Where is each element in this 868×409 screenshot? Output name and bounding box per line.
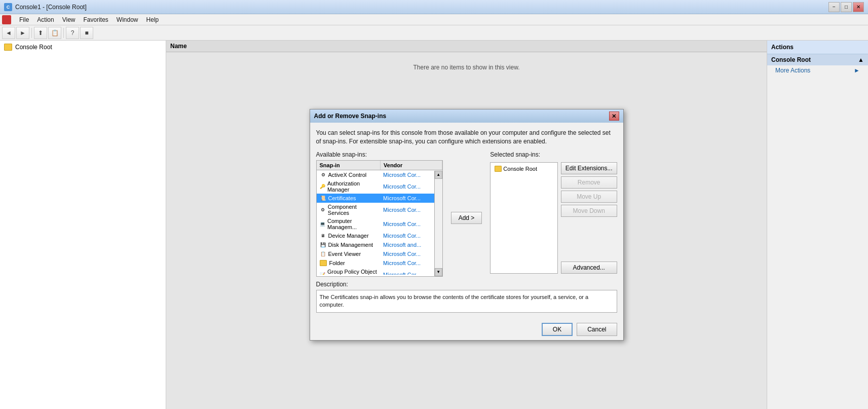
available-scrollbar[interactable]: ▲ ▼ bbox=[434, 171, 442, 276]
menu-view[interactable]: View bbox=[58, 15, 80, 24]
certificates-icon: 📜 bbox=[320, 195, 327, 202]
group-policy-icon: 📝 bbox=[320, 271, 326, 275]
folder-icon bbox=[4, 44, 12, 51]
left-panel: Console Root bbox=[0, 41, 166, 409]
scroll-track bbox=[435, 179, 442, 268]
components-icon: ⚙ bbox=[320, 206, 326, 213]
edit-extensions-button[interactable]: Edit Extensions... bbox=[561, 162, 617, 174]
disk-mgmt-icon: 💾 bbox=[320, 241, 327, 248]
toolbar-separator-1 bbox=[31, 28, 32, 38]
snapin-row-event-viewer[interactable]: 📋 Event Viewer Microsoft Cor... bbox=[317, 249, 434, 258]
dialog-body: You can select snap-ins for this console… bbox=[310, 123, 623, 318]
dialog-title: Add or Remove Snap-ins bbox=[314, 113, 609, 120]
snapin-row-activex[interactable]: ⚙ ActiveX Control Microsoft Cor... bbox=[317, 170, 434, 179]
menu-action[interactable]: Action bbox=[33, 15, 58, 24]
right-panel: Actions Console Root ▲ More Actions ► bbox=[767, 41, 868, 409]
snapins-scroll-area[interactable]: ⚙ ActiveX Control Microsoft Cor... 🔑 bbox=[317, 170, 442, 275]
console-root-section[interactable]: Console Root ▲ bbox=[767, 54, 868, 65]
dialog-description: You can select snap-ins for this console… bbox=[316, 129, 617, 146]
vendor-header: Vendor bbox=[381, 161, 442, 170]
scroll-down-btn[interactable]: ▼ bbox=[435, 268, 442, 276]
toolbar: ◄ ► ⬆ 📋 ? ■ bbox=[0, 25, 868, 41]
available-snapins-section: Available snap-ins: Snap-in Vendor bbox=[316, 151, 443, 277]
window-controls: − □ ✕ bbox=[828, 2, 864, 12]
up-button[interactable]: ⬆ bbox=[34, 27, 47, 39]
snapin-row-device-mgr[interactable]: 🖥 Device Manager Microsoft Cor... bbox=[317, 231, 434, 240]
dialog-close-button[interactable]: ✕ bbox=[609, 111, 619, 121]
description-label: Description: bbox=[316, 281, 617, 288]
show-hide-button[interactable]: 📋 bbox=[48, 27, 61, 39]
more-actions-item[interactable]: More Actions ► bbox=[767, 65, 868, 76]
maximize-button[interactable]: □ bbox=[841, 2, 852, 12]
event-viewer-icon: 📋 bbox=[320, 250, 327, 257]
authmanager-icon: 🔑 bbox=[320, 183, 326, 190]
collapse-icon: ▲ bbox=[858, 56, 864, 63]
console-root-section-label: Console Root bbox=[771, 56, 811, 63]
remove-button[interactable]: Remove bbox=[561, 176, 617, 189]
title-bar-text: Console1 - [Console Root] bbox=[15, 4, 828, 11]
menu-window[interactable]: Window bbox=[112, 15, 142, 24]
tree-item-label: Console Root bbox=[15, 44, 52, 51]
dialog-footer: OK Cancel bbox=[310, 319, 623, 340]
menu-help[interactable]: Help bbox=[142, 15, 163, 24]
device-mgr-icon: 🖥 bbox=[320, 232, 327, 239]
actions-header: Actions bbox=[767, 41, 868, 54]
help-button[interactable]: ? bbox=[66, 27, 79, 39]
toolbar-separator-2 bbox=[63, 28, 64, 38]
folder-snapin-icon bbox=[320, 260, 327, 266]
selected-label: Selected snap-ins: bbox=[490, 151, 617, 158]
description-section: Description: The Certificates snap-in al… bbox=[316, 281, 617, 313]
snapin-row-certificates[interactable]: 📜 Certificates Microsoft Cor... bbox=[317, 194, 434, 203]
modal-overlay: Add or Remove Snap-ins ✕ You can select … bbox=[166, 41, 767, 409]
snapin-header: Snap-in bbox=[317, 161, 381, 170]
close-button[interactable]: ✕ bbox=[853, 2, 864, 12]
dialog-title-bar: Add or Remove Snap-ins ✕ bbox=[310, 109, 623, 123]
ok-button[interactable]: OK bbox=[542, 323, 573, 336]
minimize-button[interactable]: − bbox=[828, 2, 840, 12]
available-snapins-list[interactable]: Snap-in Vendor ⚙ ActiveX Control bbox=[316, 160, 443, 277]
add-button[interactable]: Add > bbox=[451, 212, 482, 224]
snapin-row-disk-mgmt[interactable]: 💾 Disk Management Microsoft and... bbox=[317, 240, 434, 249]
snapin-row-components[interactable]: ⚙ Component Services Microsoft Cor... bbox=[317, 203, 434, 217]
available-label: Available snap-ins: bbox=[316, 151, 443, 158]
add-remove-snapins-dialog: Add or Remove Snap-ins ✕ You can select … bbox=[310, 109, 624, 340]
forward-button[interactable]: ► bbox=[16, 27, 29, 39]
selected-snapins-list[interactable]: Console Root bbox=[490, 162, 557, 274]
menu-bar: File Action View Favorites Window Help bbox=[0, 14, 868, 25]
console-root-icon bbox=[495, 166, 502, 172]
action-buttons: Edit Extensions... Remove Move Up Move D… bbox=[561, 162, 617, 274]
activex-icon: ⚙ bbox=[320, 171, 327, 178]
app-icon: C bbox=[4, 3, 12, 11]
properties-button[interactable]: ■ bbox=[80, 27, 93, 39]
snapin-row-computer-mgmt[interactable]: 💻 Computer Managem... Microsoft Cor... bbox=[317, 217, 434, 231]
selected-console-root-item[interactable]: Console Root bbox=[493, 165, 555, 173]
selected-section: Selected snap-ins: Console Root bbox=[490, 151, 617, 274]
snapin-row-folder[interactable]: Folder Microsoft Cor... bbox=[317, 258, 434, 268]
move-down-button[interactable]: Move Down bbox=[561, 205, 617, 217]
snapin-row-authmanager[interactable]: 🔑 Authorization Manager Microsoft Cor... bbox=[317, 179, 434, 194]
more-actions-chevron: ► bbox=[854, 67, 860, 74]
computer-mgmt-icon: 💻 bbox=[320, 220, 326, 228]
app-menu-icon bbox=[2, 15, 11, 24]
center-panel: Name There are no items to show in this … bbox=[166, 41, 767, 409]
description-box: The Certificates snap-in allows you to b… bbox=[316, 290, 617, 313]
menu-file[interactable]: File bbox=[15, 15, 33, 24]
scroll-up-btn[interactable]: ▲ bbox=[435, 171, 442, 179]
add-button-container: Add > bbox=[447, 151, 486, 224]
list-header: Snap-in Vendor bbox=[317, 161, 442, 170]
advanced-button[interactable]: Advanced... bbox=[561, 262, 617, 274]
spacer bbox=[561, 219, 617, 259]
menu-favorites[interactable]: Favorites bbox=[80, 15, 112, 24]
title-bar: C Console1 - [Console Root] − □ ✕ bbox=[0, 0, 868, 14]
main-layout: Console Root Name There are no items to … bbox=[0, 41, 868, 409]
console-root-label: Console Root bbox=[503, 166, 537, 172]
back-button[interactable]: ◄ bbox=[2, 27, 15, 39]
snapin-row-group-policy[interactable]: 📝 Group Policy Object ... Microsoft Cor.… bbox=[317, 268, 434, 275]
move-up-button[interactable]: Move Up bbox=[561, 191, 617, 203]
cancel-button[interactable]: Cancel bbox=[577, 323, 617, 336]
more-actions-label: More Actions bbox=[775, 67, 810, 74]
tree-item-console-root[interactable]: Console Root bbox=[2, 43, 164, 52]
selected-area: Console Root Edit Extensions... Remove M… bbox=[490, 162, 617, 274]
